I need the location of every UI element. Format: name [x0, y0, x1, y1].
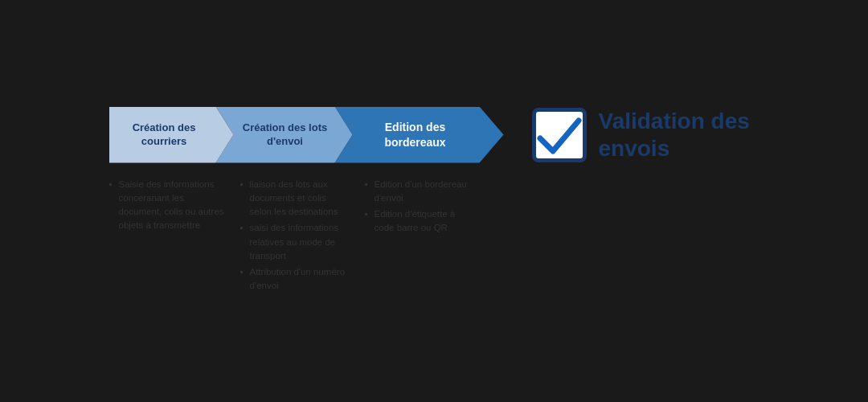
- step2-bullets: • liaison des lots aux documents et coli…: [240, 178, 350, 293]
- step2-bullet-3: • Attribution d'un numéro d'envoi: [240, 265, 350, 293]
- step1-bullets: • Saisie des informations conceranant le…: [109, 178, 226, 233]
- step2-content: • liaison des lots aux documents et coli…: [226, 170, 350, 296]
- step4-container: Validation des envois: [532, 108, 760, 162]
- process-diagram: Création des courriers Création des lots…: [77, 83, 792, 320]
- step3-arrow: Edition des bordereaux: [335, 107, 504, 163]
- step1-content: • Saisie des informations conceranant le…: [109, 170, 226, 236]
- step3-bullets: • Edition d'un bordereau d'envoi • Editi…: [365, 178, 471, 236]
- step2-bullet-1: • liaison des lots aux documents et coli…: [240, 178, 350, 219]
- step3-label: Edition des bordereaux: [335, 120, 504, 149]
- step1-label: Création des courriers: [109, 121, 234, 149]
- step2-bullet-2: • saisi des informations relatives au mo…: [240, 221, 350, 263]
- step2-label: Création des lots d'envoi: [216, 121, 353, 149]
- step3-bullet-1: • Edition d'un bordereau d'envoi: [365, 178, 471, 206]
- step1-arrow: Création des courriers: [109, 107, 234, 163]
- step1-bullet-1: • Saisie des informations conceranant le…: [109, 178, 226, 233]
- checkmark-svg: [532, 108, 587, 162]
- step4-label: Validation des envois: [599, 108, 760, 162]
- step3-content: • Edition d'un bordereau d'envoi • Editi…: [350, 170, 471, 238]
- step2-arrow: Création des lots d'envoi: [216, 107, 353, 163]
- step3-bullet-2: • Edition d'étiquette à code barre ou QR: [365, 207, 471, 236]
- checkbox-icon: [532, 108, 587, 162]
